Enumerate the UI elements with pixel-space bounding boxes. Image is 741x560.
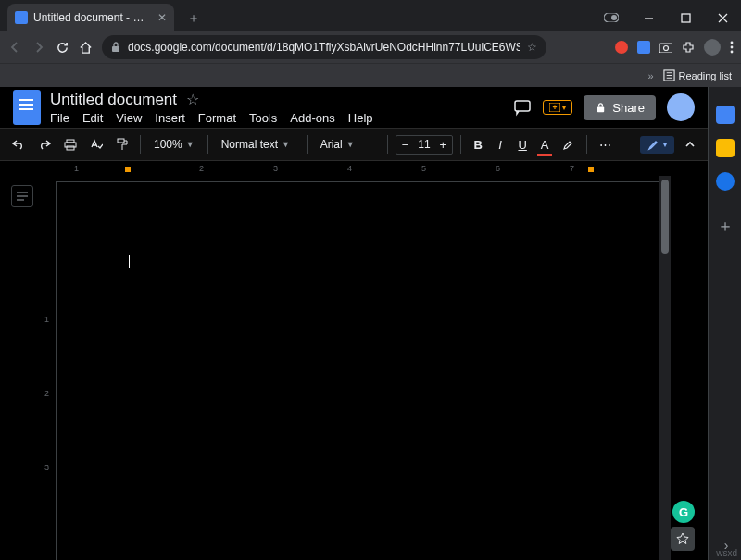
document-title[interactable]: Untitled document (50, 91, 177, 109)
keep-icon[interactable] (716, 139, 735, 157)
more-toolbar-button[interactable]: ⋯ (595, 134, 617, 156)
collapse-toolbar-icon[interactable] (680, 136, 700, 153)
new-tab-button[interactable]: ＋ (183, 6, 204, 31)
svg-point-10 (731, 46, 734, 49)
text-cursor (129, 255, 130, 268)
minimize-button[interactable] (630, 4, 667, 31)
docs-logo-icon[interactable] (13, 90, 41, 125)
font-dropdown[interactable]: Arial▼ (315, 136, 380, 153)
explore-button[interactable] (671, 527, 695, 551)
address-bar: docs.google.com/document/d/18qMO1TfiyXsb… (0, 31, 741, 63)
document-page[interactable] (56, 181, 659, 560)
underline-button[interactable]: U (513, 134, 532, 156)
font-size-increase[interactable]: + (434, 136, 453, 154)
comments-icon[interactable] (513, 98, 532, 117)
browser-titlebar: Untitled document - Google Doc ✕ ＋ (0, 0, 741, 31)
menu-addons[interactable]: Add-ons (290, 111, 334, 125)
reading-list-button[interactable]: Reading list (663, 69, 732, 81)
horizontal-ruler[interactable]: 1 2 3 4 5 6 7 (0, 161, 708, 176)
bookmarks-overflow-icon[interactable]: » (647, 70, 653, 81)
menu-insert[interactable]: Insert (155, 111, 185, 125)
docs-app: Untitled document ☆ File Edit View Inser… (0, 87, 741, 560)
editing-mode-button[interactable]: ▾ (640, 136, 674, 154)
home-button[interactable] (79, 41, 93, 55)
svg-point-11 (731, 51, 734, 54)
extension-icons (615, 39, 734, 56)
menu-view[interactable]: View (116, 111, 142, 125)
tab-title: Untitled document - Google Doc (33, 11, 152, 24)
menu-help[interactable]: Help (348, 111, 373, 125)
omnibox[interactable]: docs.google.com/document/d/18qMO1TfiyXsb… (102, 35, 546, 59)
paint-format-button[interactable] (111, 134, 132, 155)
document-canvas: 1 2 3 (0, 176, 708, 560)
svg-rect-6 (112, 46, 119, 52)
menu-edit[interactable]: Edit (82, 111, 103, 125)
ruler-right-marker[interactable] (588, 167, 594, 172)
star-document-icon[interactable]: ☆ (186, 91, 199, 108)
grammarly-icon[interactable]: G (672, 501, 695, 523)
font-size-value[interactable]: 11 (414, 138, 433, 151)
docs-header: Untitled document ☆ File Edit View Inser… (0, 87, 708, 128)
zoom-dropdown[interactable]: 100%▼ (148, 136, 200, 153)
toolbar: 100%▼ Normal text▼ Arial▼ − 11 + B I U A… (0, 128, 708, 161)
back-button[interactable] (7, 40, 22, 55)
redo-button[interactable] (33, 135, 56, 154)
settings-pill-icon[interactable] (593, 4, 630, 31)
extensions-button[interactable] (682, 41, 695, 54)
menubar: File Edit View Insert Format Tools Add-o… (50, 111, 373, 125)
add-addon-icon[interactable]: ＋ (717, 215, 734, 237)
text-color-button[interactable]: A (535, 134, 554, 156)
undo-button[interactable] (7, 135, 30, 154)
present-button[interactable]: ▾ (543, 100, 572, 115)
docs-favicon (15, 11, 28, 24)
svg-rect-3 (682, 14, 690, 22)
italic-button[interactable]: I (491, 134, 509, 156)
calendar-icon[interactable] (716, 106, 735, 124)
svg-rect-7 (659, 44, 672, 53)
menu-format[interactable]: Format (198, 111, 236, 125)
vertical-ruler[interactable]: 1 2 3 (44, 176, 56, 560)
maximize-button[interactable] (667, 4, 704, 31)
highlight-button[interactable] (558, 135, 579, 155)
share-label: Share (612, 101, 645, 115)
extension-camera-icon[interactable] (659, 42, 672, 53)
browser-tab[interactable]: Untitled document - Google Doc ✕ (7, 4, 174, 31)
svg-point-1 (611, 15, 617, 20)
svg-point-8 (664, 46, 669, 51)
menu-file[interactable]: File (50, 111, 69, 125)
tasks-icon[interactable] (716, 172, 735, 191)
docs-main: Untitled document ☆ File Edit View Inser… (0, 87, 708, 560)
bookmark-star-icon[interactable]: ☆ (527, 41, 537, 54)
font-size-decrease[interactable]: − (396, 136, 415, 154)
font-size-control: − 11 + (396, 135, 454, 155)
ruler-indent-marker[interactable] (125, 167, 131, 172)
lock-icon (111, 42, 120, 53)
watermark: wsxd (716, 548, 737, 558)
browser-menu-icon[interactable] (730, 41, 734, 54)
style-dropdown[interactable]: Normal text▼ (216, 136, 299, 153)
svg-rect-22 (118, 139, 124, 143)
share-button[interactable]: Share (584, 95, 656, 120)
svg-point-9 (731, 42, 734, 44)
extension-translate-icon[interactable] (637, 41, 650, 54)
scrollbar-thumb[interactable] (661, 180, 669, 254)
vertical-scrollbar[interactable] (659, 176, 671, 560)
reading-list-label: Reading list (679, 70, 732, 81)
forward-button[interactable] (31, 40, 46, 55)
menu-tools[interactable]: Tools (249, 111, 277, 125)
spellcheck-button[interactable] (85, 135, 107, 155)
account-avatar[interactable] (667, 93, 695, 121)
reload-button[interactable] (56, 41, 69, 55)
url-text: docs.google.com/document/d/18qMO1TfiyXsb… (128, 41, 520, 54)
svg-rect-16 (515, 101, 530, 111)
bookmarks-bar: » Reading list (0, 63, 741, 87)
bold-button[interactable]: B (469, 134, 487, 156)
profile-avatar-icon[interactable] (704, 39, 721, 56)
close-tab-icon[interactable]: ✕ (157, 11, 167, 24)
window-controls (593, 4, 741, 31)
extension-red-icon[interactable] (615, 41, 628, 54)
close-window-button[interactable] (704, 4, 741, 31)
side-panel: ＋ (708, 87, 741, 560)
print-button[interactable] (59, 135, 82, 155)
outline-toggle-button[interactable] (11, 185, 33, 207)
